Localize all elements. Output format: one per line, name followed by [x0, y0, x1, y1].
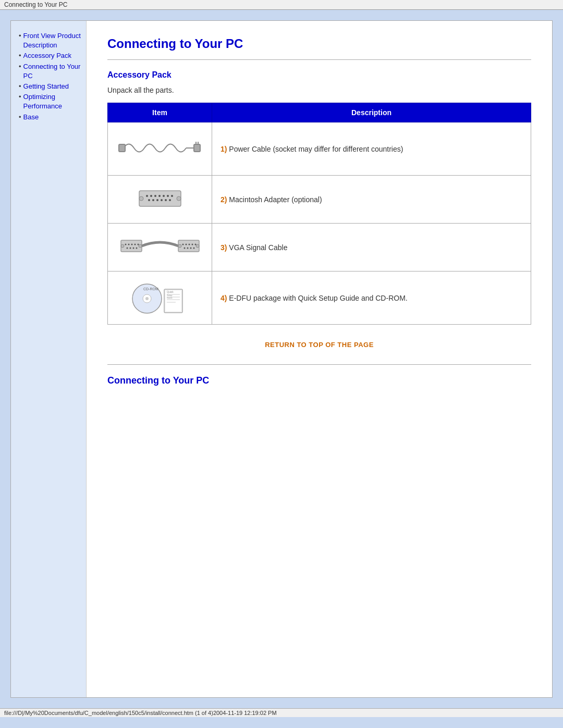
sidebar-item-optimizing: • Optimizing Performance [19, 92, 81, 111]
table-header-item: Item [108, 103, 212, 122]
sidebar: • Front View Product Description • Acces… [11, 21, 87, 697]
vga-cable-icon [118, 231, 202, 262]
svg-point-40 [183, 248, 185, 249]
status-bar-text: file:///D|/My%20Documents/dfu/C_model/en… [4, 710, 277, 716]
table-cell-desc-4: 4) E-DFU package with Quick Setup Guide … [212, 272, 531, 325]
svg-rect-1 [194, 144, 200, 152]
macintosh-adapter-icon [129, 183, 191, 214]
table-cell-img-1 [108, 122, 212, 176]
svg-point-7 [146, 195, 148, 197]
svg-point-44 [178, 244, 181, 248]
status-bar: file:///D|/My%20Documents/dfu/C_model/en… [0, 708, 563, 717]
sidebar-link-connecting[interactable]: Connecting to Your PC [23, 62, 81, 81]
svg-point-35 [182, 244, 183, 245]
table-cell-img-3 [108, 224, 212, 272]
return-to-top-link[interactable]: RETURN TO TOP OF THE PAGE [265, 341, 374, 349]
svg-point-15 [152, 199, 154, 201]
table-row: CD-ROM [108, 272, 531, 325]
table-row: 1) Power Cable (socket may differ for di… [108, 122, 531, 176]
svg-point-28 [126, 248, 128, 249]
svg-point-36 [185, 244, 187, 245]
return-to-top[interactable]: RETURN TO TOP OF THE PAGE [107, 340, 531, 349]
svg-point-11 [163, 195, 165, 197]
svg-point-16 [156, 199, 158, 201]
svg-point-26 [134, 244, 136, 245]
svg-point-31 [136, 248, 137, 249]
svg-text:CD-ROM: CD-ROM [143, 287, 158, 291]
sidebar-item-getting-started: • Getting Started [19, 82, 81, 91]
svg-point-13 [171, 195, 173, 197]
section-title: Accessory Pack [107, 70, 531, 80]
accessory-table: Item Description [107, 103, 531, 325]
svg-point-33 [139, 244, 142, 248]
table-cell-desc-3: 3) VGA Signal Cable [212, 224, 531, 272]
svg-point-18 [165, 199, 167, 201]
title-bar-text: Connecting to Your PC [4, 1, 67, 8]
svg-point-14 [148, 199, 150, 201]
svg-point-12 [167, 195, 169, 197]
svg-rect-5 [119, 144, 125, 152]
svg-text:Quick: Quick [167, 290, 174, 293]
svg-point-10 [158, 195, 161, 197]
table-row: 2) Macintosh Adapter (optional) [108, 176, 531, 224]
table-cell-img-2 [108, 176, 212, 224]
sidebar-item-front-view: • Front View Product Description [19, 31, 81, 50]
svg-point-45 [196, 244, 199, 248]
svg-point-37 [188, 244, 190, 245]
sidebar-link-optimizing[interactable]: Optimizing Performance [23, 92, 81, 111]
main-frame: • Front View Product Description • Acces… [10, 20, 553, 698]
table-cell-desc-2: 2) Macintosh Adapter (optional) [212, 176, 531, 224]
cdrom-package-icon: CD-ROM [124, 279, 197, 315]
svg-rect-6 [139, 191, 181, 206]
svg-point-17 [161, 199, 163, 201]
intro-text: Unpack all the parts. [107, 86, 531, 94]
svg-point-23 [125, 244, 126, 245]
page-title: Connecting to Your PC [107, 36, 531, 51]
sidebar-link-front-view[interactable]: Front View Product Description [23, 31, 81, 50]
sidebar-link-base[interactable]: Base [23, 113, 39, 122]
svg-point-8 [150, 195, 152, 197]
table-row: 3) VGA Signal Cable [108, 224, 531, 272]
title-bar: Connecting to Your PC [0, 0, 563, 10]
power-cable-icon [118, 130, 202, 166]
svg-point-43 [193, 248, 194, 249]
sidebar-link-getting-started[interactable]: Getting Started [23, 82, 69, 91]
bottom-section-title: Connecting to Your PC [107, 375, 531, 386]
svg-point-20 [139, 196, 143, 201]
svg-point-25 [131, 244, 132, 245]
sidebar-nav: • Front View Product Description • Acces… [19, 31, 81, 122]
svg-point-29 [129, 248, 131, 249]
main-content: Connecting to Your PC Accessory Pack Unp… [87, 21, 552, 697]
svg-point-21 [177, 196, 181, 201]
svg-point-41 [187, 248, 188, 249]
svg-point-27 [137, 244, 139, 245]
sidebar-item-base: • Base [19, 113, 81, 122]
bottom-divider [107, 364, 531, 365]
svg-point-30 [132, 248, 134, 249]
sidebar-link-accessory[interactable]: Accessory Pack [23, 51, 71, 60]
table-cell-img-4: CD-ROM [108, 272, 212, 325]
svg-text:Guide: Guide [167, 297, 173, 299]
sidebar-item-connecting: • Connecting to Your PC [19, 62, 81, 81]
svg-point-24 [128, 244, 129, 245]
svg-point-9 [154, 195, 156, 197]
svg-point-38 [191, 244, 193, 245]
svg-point-42 [190, 248, 191, 249]
svg-point-48 [145, 297, 149, 300]
table-cell-desc-1: 1) Power Cable (socket may differ for di… [212, 122, 531, 176]
svg-point-32 [121, 244, 124, 248]
svg-point-19 [169, 199, 171, 201]
svg-point-39 [194, 244, 196, 245]
table-header-description: Description [212, 103, 531, 122]
sidebar-item-accessory: • Accessory Pack [19, 51, 81, 60]
title-divider [107, 59, 531, 60]
